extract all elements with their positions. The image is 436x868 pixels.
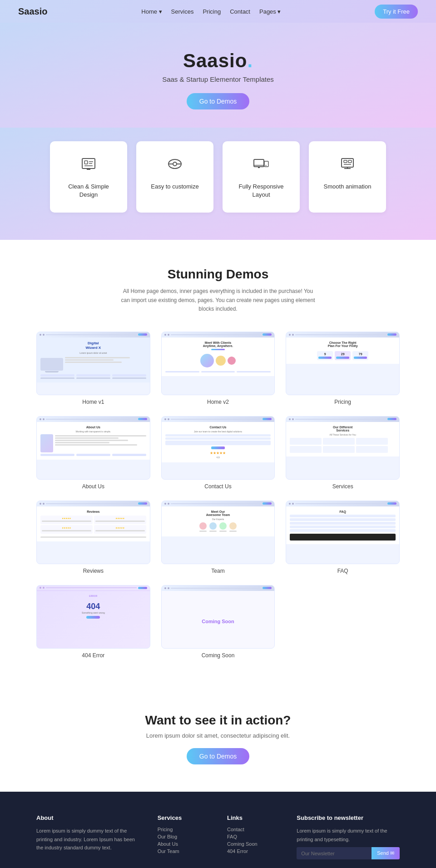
feature-card-customize: Easy to customize: [136, 141, 213, 213]
demo-label-reviews: Reviews: [36, 568, 150, 574]
animation-icon: [318, 155, 377, 177]
svg-rect-1: [84, 161, 88, 164]
hero-section: Saasio. Saas & Startup Elementor Templat…: [0, 23, 436, 128]
footer-newsletter-form: Send ✉: [297, 847, 400, 859]
demo-label-team: Team: [161, 568, 275, 574]
footer-services: Services Pricing Our Blog About Us Our T…: [158, 814, 209, 859]
hero-cta-button[interactable]: Go to Demos: [187, 93, 249, 109]
features-section: Clean & Simple Design Easy to customize …: [0, 128, 436, 240]
footer-about-text: Lorem ipsum is simply dummy text of the …: [36, 827, 139, 852]
feature-title-customize: Easy to customize: [145, 183, 204, 191]
cta-section: Want to see it in action? Lorem ipsum do…: [0, 686, 436, 792]
nav-pages[interactable]: Pages ▾: [259, 8, 281, 15]
newsletter-input[interactable]: [297, 847, 372, 859]
demo-item-team[interactable]: Meet OurAwesome Team Our Experts Team: [161, 501, 275, 574]
demo-label-comingsoon: Coming Soon: [161, 652, 275, 659]
footer: About Lorem ipsum is simply dummy text o…: [0, 792, 436, 868]
demo-label-404: 404 Error: [36, 652, 150, 659]
demo-label-home1: Home v1: [36, 399, 150, 405]
demo-item-contact[interactable]: Contact Us Join our team to create the b…: [161, 416, 275, 490]
feature-title-animation: Smooth animation: [318, 183, 377, 191]
demos-section: Stunning Demos All Home page demos, inne…: [0, 240, 436, 686]
demo-item-home1[interactable]: DigitalWizard X Lorem ipsum dolor sit am…: [36, 332, 150, 405]
footer-newsletter: Subscribe to newsletter Lorem ipsum is s…: [297, 814, 400, 859]
feature-card-design: Clean & Simple Design: [50, 141, 127, 213]
demo-label-contact: Contact Us: [161, 483, 275, 490]
feature-card-animation: Smooth animation: [309, 141, 386, 213]
demo-item-home2[interactable]: Meet With ClientsAnytime, Anywhere. Home…: [161, 332, 275, 405]
nav-pricing[interactable]: Pricing: [203, 8, 221, 15]
nav-cta-button[interactable]: Try it Free: [375, 5, 418, 19]
demos-title: Stunning Demos: [18, 267, 418, 282]
footer-links: Links Contact FAQ Coming Soon 404 Error: [227, 814, 278, 859]
svg-rect-0: [82, 159, 95, 169]
hero-subtitle: Saas & Startup Elementor Templates: [9, 75, 427, 83]
footer-links-title: Links: [227, 814, 278, 821]
footer-newsletter-text: Lorem ipsum is simply dummy text of the …: [297, 827, 400, 843]
footer-about: About Lorem ipsum is simply dummy text o…: [36, 814, 139, 859]
newsletter-send-button[interactable]: Send ✉: [372, 847, 400, 859]
svg-rect-19: [344, 160, 347, 163]
footer-grid: About Lorem ipsum is simply dummy text o…: [36, 814, 400, 859]
footer-link-pricing[interactable]: Pricing: [158, 827, 209, 832]
nav-links: Home ▾ Services Pricing Contact Pages ▾: [141, 8, 281, 15]
demo-item-404[interactable]: ERROR 404 Something went wrong 404 Error: [36, 585, 150, 659]
feature-title-design: Clean & Simple Design: [59, 183, 118, 199]
footer-link-faq[interactable]: FAQ: [227, 834, 278, 839]
demo-label-services: Services: [286, 483, 400, 490]
footer-about-title: About: [36, 814, 139, 821]
demo-label-faq: FAQ: [286, 568, 400, 574]
demo-item-reviews[interactable]: Reviews ★★★★★ ★★★★★ ★★★★★ ★★★★★ Revie: [36, 501, 150, 574]
demos-grid: DigitalWizard X Lorem ipsum dolor sit am…: [36, 332, 400, 659]
demos-subtitle: All Home page demos, inner pages everyth…: [118, 287, 318, 313]
demo-label-pricing: Pricing: [286, 399, 400, 405]
design-icon: [59, 155, 118, 177]
demo-label-home2: Home v2: [161, 399, 275, 405]
cta-title: Want to see it in action?: [9, 713, 427, 728]
footer-link-team[interactable]: Our Team: [158, 848, 209, 854]
footer-newsletter-title: Subscribe to newsletter: [297, 814, 400, 821]
demo-item-comingsoon[interactable]: Coming Soon Coming Soon: [161, 585, 275, 659]
cta-button[interactable]: Go to Demos: [187, 748, 249, 764]
svg-rect-20: [348, 160, 352, 163]
demo-item-pricing[interactable]: Choose The RightPlan For Your Finity 9 2…: [286, 332, 400, 405]
demo-item-services[interactable]: Our DifferentServices All These Services…: [286, 416, 400, 490]
nav-logo[interactable]: Saasio: [18, 6, 47, 17]
feature-title-responsive: Fully Responsive Layout: [232, 183, 291, 199]
navbar: Saasio Home ▾ Services Pricing Contact P…: [0, 0, 436, 23]
demo-item-faq[interactable]: FAQ FAQ: [286, 501, 400, 574]
demo-label-about: About Us: [36, 483, 150, 490]
footer-link-about[interactable]: About Us: [158, 841, 209, 847]
nav-home[interactable]: Home ▾: [141, 8, 162, 15]
svg-rect-12: [264, 161, 268, 167]
nav-services[interactable]: Services: [171, 8, 194, 15]
demo-item-about[interactable]: About Us Working with transparent is sim…: [36, 416, 150, 490]
svg-point-8: [173, 162, 177, 166]
footer-services-title: Services: [158, 814, 209, 821]
hero-title: Saasio.: [9, 50, 427, 72]
footer-link-404[interactable]: 404 Error: [227, 848, 278, 854]
cta-subtitle: Lorem ipsum dolor sit amet, consectetur …: [9, 732, 427, 739]
responsive-icon: [232, 155, 291, 177]
nav-contact[interactable]: Contact: [230, 8, 250, 15]
customize-icon: [145, 155, 204, 177]
footer-link-contact[interactable]: Contact: [227, 827, 278, 832]
footer-link-comingsoon[interactable]: Coming Soon: [227, 841, 278, 847]
svg-rect-16: [342, 159, 353, 167]
feature-card-responsive: Fully Responsive Layout: [223, 141, 300, 213]
footer-link-blog[interactable]: Our Blog: [158, 834, 209, 839]
